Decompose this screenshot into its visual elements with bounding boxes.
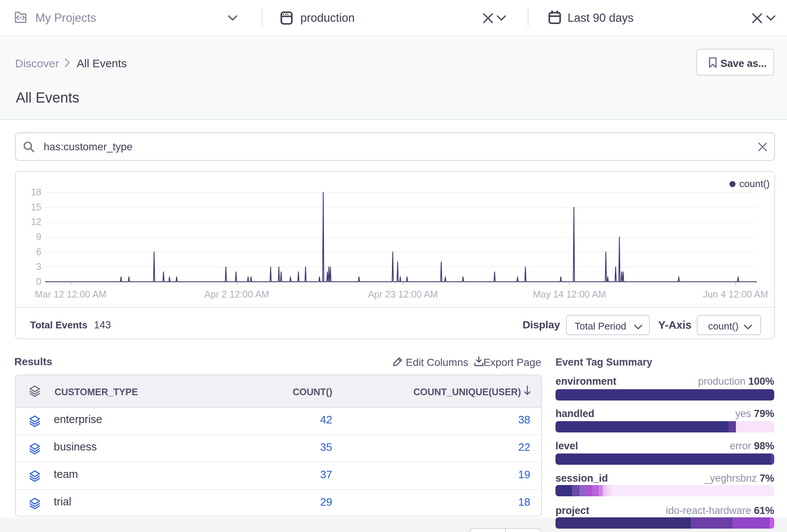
svg-text:6: 6 [36, 246, 41, 257]
svg-text:18: 18 [31, 187, 41, 197]
svg-text:3: 3 [36, 261, 41, 272]
svg-text:Mar 12 12:00 AM: Mar 12 12:00 AM [35, 289, 106, 299]
svg-text:Apr 23 12:00 AM: Apr 23 12:00 AM [368, 289, 438, 299]
svg-text:0: 0 [36, 276, 41, 287]
svg-text:12: 12 [31, 216, 41, 227]
svg-text:May 14 12:00 AM: May 14 12:00 AM [533, 289, 606, 299]
svg-text:Jun 4 12:00 AM: Jun 4 12:00 AM [703, 289, 768, 299]
svg-text:count(): count() [739, 178, 770, 189]
svg-text:9: 9 [36, 231, 41, 242]
svg-text:Apr 2 12:00 AM: Apr 2 12:00 AM [204, 289, 269, 299]
svg-text:15: 15 [31, 202, 41, 212]
